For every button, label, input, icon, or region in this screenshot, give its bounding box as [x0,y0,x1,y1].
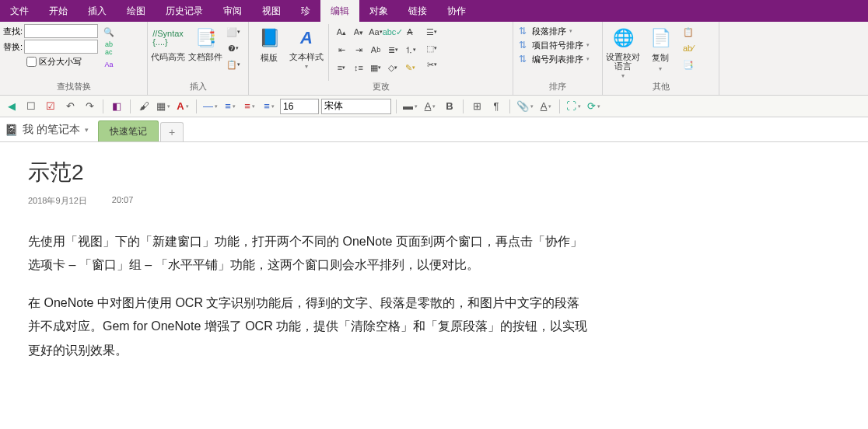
sort-number-button[interactable]: ⇅编号列表排序▾ [516,52,590,66]
doc-parts-button[interactable]: 📑 文档部件 [188,24,222,61]
decrease-font-button[interactable]: A▾ [351,24,366,40]
replace-input[interactable] [24,40,98,54]
list1-button[interactable]: ≡▾ [222,98,239,115]
back-button[interactable]: ◀ [3,98,20,115]
align-button[interactable]: ≡▾ [334,60,349,75]
menu-home[interactable]: 开始 [39,0,78,22]
proof-lang-button[interactable]: 🌐 设置校对语言 ▾ [606,24,640,79]
font-color-button[interactable]: A▾ [174,98,191,115]
fullscreen-button[interactable]: ⛶▾ [565,98,583,115]
change-x3-button[interactable]: ✂▾ [424,57,439,72]
proof-lang-label: 设置校对语言 [606,52,640,71]
linespacing-button[interactable]: ↕≡ [351,60,366,75]
template-button[interactable]: 📘 模版 [252,24,286,64]
spellcheck-button[interactable]: abc✓ [385,24,401,40]
page-title[interactable]: 示范2 [28,158,840,187]
doc-parts-icon: 📑 [193,26,218,51]
sort-icon: ⇅ [516,53,529,65]
table-button[interactable]: ▦▾ [368,60,383,75]
other-x1-button[interactable]: 📋 [681,24,696,40]
sync-button[interactable]: ⟳▾ [585,98,602,115]
menu-history[interactable]: 历史记录 [156,0,213,22]
attach-button[interactable]: 📎▾ [515,98,535,115]
menu-link[interactable]: 链接 [398,0,437,22]
sort-paragraph-button[interactable]: ⇅段落排序▾ [516,24,590,38]
bullets-button[interactable]: ≣▾ [385,42,401,58]
other-x3-button[interactable]: 📑 [681,57,696,72]
font-name-input[interactable] [321,99,391,114]
sort-bullet-button[interactable]: ⇅项目符号排序▾ [516,38,590,52]
page-canvas[interactable]: 示范2 2018年9月12日 20:07 先使用「视图」下的「新建窗口」功能，打… [0,142,868,392]
code-highlight-label: 代码高亮 [151,52,185,61]
menu-insert[interactable]: 插入 [78,0,117,22]
menu-gem[interactable]: 珍 [291,0,320,22]
highlight-button[interactable]: ✎▾ [402,60,418,75]
group-title-find: 查找替换 [3,81,144,94]
change-case-button[interactable]: Aa▾ [368,24,383,40]
font-size-input[interactable] [280,99,319,114]
text-style-label: 文本样式 [289,52,324,61]
template-label: 模版 [261,52,278,64]
other-x2-button[interactable]: ab⁄ [681,40,696,56]
find-next-button[interactable]: 🔍 [101,24,117,40]
group-title-change: 更改 [252,81,509,94]
code-highlight-button[interactable]: //Syntax{....} 代码高亮 [151,24,185,61]
notebook-selector[interactable]: 📓 我 的笔记本 ▾ [5,123,89,141]
grid-button[interactable]: ⊞ [468,98,485,115]
text-style-button[interactable]: A 文本样式 ▾ [289,24,324,70]
page-time: 20:07 [112,195,134,207]
replace-button[interactable]: abac [101,40,117,56]
redo-button[interactable]: ↷ [81,98,98,115]
insert-opt3-button[interactable]: 📋▾ [226,57,241,72]
fontstyle-button[interactable]: A▾ [537,98,555,115]
superscript-button[interactable]: Ab [368,42,383,58]
para-button[interactable]: ¶ [488,98,505,115]
change-x1-button[interactable]: ☰▾ [424,24,439,40]
outdent-button[interactable]: ⇤ [334,42,349,58]
paragraph-1[interactable]: 先使用「视图」下的「新建窗口」功能，打开两个不同的 OneNote 页面到两个窗… [28,230,588,277]
group-find-replace: 查找: 替换: 区分大小写 🔍 abac Aa 查找替换 [0,22,148,95]
case-checkbox[interactable] [26,57,37,67]
line-button[interactable]: —▾ [201,98,219,115]
fill-color-button[interactable]: ▬▾ [401,98,419,115]
insert-opt2-button[interactable]: ❼▾ [226,40,241,56]
paragraph-2[interactable]: 在 OneNote 中对图片使用 OCR 文字识别功能后，得到的文字、段落是零散… [28,291,588,362]
replace-all-button[interactable]: Aa [101,57,117,72]
menu-edit[interactable]: 编辑 [320,0,359,22]
clear-format-button[interactable]: A [402,24,418,40]
shapes-button[interactable]: ◇▾ [385,60,401,75]
menu-file[interactable]: 文件 [0,0,39,22]
list2-button[interactable]: ≡▾ [241,98,258,115]
page-body[interactable]: 先使用「视图」下的「新建窗口」功能，打开两个不同的 OneNote 页面到两个窗… [28,230,588,362]
menu-object[interactable]: 对象 [359,0,398,22]
list3-button[interactable]: ≡▾ [261,98,278,115]
menu-draw[interactable]: 绘图 [117,0,156,22]
menu-collab[interactable]: 协作 [437,0,476,22]
menu-view[interactable]: 视图 [252,0,291,22]
formatpainter-button[interactable]: 🖌 [135,98,152,115]
indent-button[interactable]: ⇥ [351,42,366,58]
increase-font-button[interactable]: A▴ [334,24,349,40]
table-button-2[interactable]: ▦▾ [155,98,172,115]
menu-review[interactable]: 审阅 [213,0,252,22]
text-color-button[interactable]: A▾ [422,98,439,115]
copy-button[interactable]: 📄 复制 ▾ [643,24,677,72]
proof-icon: 🌐 [611,26,635,51]
menu-bar: 文件 开始 插入 绘图 历史记录 审阅 视图 珍 编辑 对象 链接 协作 [0,0,868,22]
onenote-button[interactable]: ◧ [108,98,125,115]
notebook-name: 我 的笔记本 [23,123,80,137]
find-input[interactable] [24,24,98,38]
add-section-button[interactable]: + [160,122,184,141]
group-other: 🌐 设置校对语言 ▾ 📄 复制 ▾ 📋 ab⁄ 📑 其他 [603,22,719,95]
tag-button[interactable]: ☐ [23,98,40,115]
change-x2-button[interactable]: ⬚▾ [424,40,439,56]
bold-button[interactable]: B [441,98,458,115]
undo-button[interactable]: ↶ [61,98,79,115]
insert-opt1-button[interactable]: ⬜▾ [226,24,241,40]
copy-icon: 📄 [648,26,673,51]
section-tab[interactable]: 快速笔记 [98,120,159,141]
copy-label: 复制 [652,52,669,64]
sort-icon: ⇅ [516,39,529,51]
numbering-button[interactable]: ⒈▾ [402,42,418,58]
todo-button[interactable]: ☑ [42,98,59,115]
